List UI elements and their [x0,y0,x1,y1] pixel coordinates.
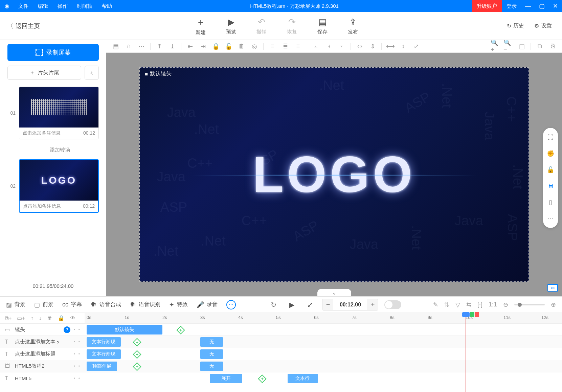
new-item-icon[interactable]: ▭+ [17,315,25,321]
lock-icon[interactable]: 🔒 [210,41,221,52]
settings-tl-icon[interactable]: ⇆ [466,301,471,308]
track[interactable]: 文本行渐现无 [85,336,562,348]
desktop-icon[interactable]: 🖥 [546,181,555,191]
fit-icon[interactable]: ◫ [516,41,527,52]
snap-toggle[interactable] [384,300,401,309]
clip[interactable]: 无 [200,362,223,371]
add-transition-button[interactable]: 添加转场 [7,145,99,154]
edit-tl-icon[interactable]: ✎ [433,301,438,308]
track-dot[interactable]: • [74,376,75,381]
filter-tl-icon[interactable]: ⇅ [444,301,449,308]
down-icon[interactable]: ↓ [39,315,42,321]
track[interactable]: 文本行渐现无 [85,348,562,360]
home-icon[interactable]: ⌂ [123,41,134,52]
add-keyframe-button[interactable] [133,362,141,371]
track-dot[interactable]: • [78,327,80,332]
topbar-right-item[interactable]: ⚙设置 [534,22,552,29]
paste-icon[interactable]: ⎘ [547,41,558,52]
align-v-bot-icon[interactable]: ⫟ [336,41,347,52]
dist-h-icon[interactable]: ⇔ [354,41,365,52]
menu-item[interactable]: 编辑 [33,0,53,12]
topbar-action[interactable]: ＋新建 [187,16,214,36]
clip[interactable]: 文本行 [288,374,318,383]
track-label[interactable]: 点击这里添加标题 [15,351,70,357]
menu-item[interactable]: 文件 [14,0,33,12]
topbar-action[interactable]: ▤保存 [309,16,336,36]
clip[interactable]: 无 [200,337,223,347]
add-keyframe-button[interactable] [258,374,266,383]
zoom-out-icon[interactable]: 🔍− [503,41,514,52]
align-v-top-icon[interactable]: ⫠ [311,41,321,52]
align-center-icon[interactable]: ≣ [280,41,291,52]
align-bottom-icon[interactable]: ⤓ [167,41,178,52]
match-h-icon[interactable]: ↕ [398,41,409,52]
align-v-mid-icon[interactable]: ⫞ [323,41,334,52]
fullscreen-icon[interactable]: ⛶ [546,133,555,142]
skip-start-icon[interactable]: ⇤ [185,41,196,52]
track[interactable]: 顶部伸展无 [85,360,562,372]
match-w-icon[interactable]: ⟷ [385,41,396,52]
zoom-out-tl-button[interactable]: ⊖ [503,301,508,308]
track-dot[interactable]: • [74,364,75,369]
unlock-tool-icon[interactable]: 🔓 [546,165,555,175]
copy-icon[interactable]: ⧉ [534,41,545,52]
more-icon[interactable]: ⋯ [136,41,147,52]
canvas[interactable]: Java.NetASP.NetC++.NetASPJava.NetC++ASPJ… [139,67,529,282]
scene-card[interactable]: 点击添加备注信息00:12 [19,87,99,139]
zoom-in-tl-button[interactable]: ⊕ [551,301,556,308]
scene-card[interactable]: LOGO点击添加备注信息00:12 [19,159,99,213]
add-keyframe-button[interactable] [133,338,141,346]
record-screen-button[interactable]: ⛶ 录制屏幕 [7,44,99,61]
dist-v-icon[interactable]: ⇕ [367,41,378,52]
help-icon[interactable]: ? [64,326,70,333]
timeline-tab[interactable]: ▨背景 [6,301,25,308]
clip[interactable]: 文本行渐现 [87,349,121,359]
track-label[interactable]: 点击这里添加文本 ₅ [15,339,70,345]
new-folder-icon[interactable]: ⧉+ [5,315,12,321]
topbar-right-item[interactable]: ↻历史 [507,22,524,29]
bracket-icon[interactable]: [·] [477,301,482,308]
zoom-in-icon[interactable]: 🔍+ [491,41,501,52]
time-plus-button[interactable]: + [367,299,378,310]
timeline-tab[interactable]: ▢前景 [34,301,53,308]
layer-icon[interactable]: ▤ [110,41,121,52]
track-dot[interactable]: • [78,376,80,381]
menu-item[interactable]: 操作 [53,0,72,12]
timeline-tab[interactable]: 🗣语音合成 [91,301,121,308]
unlock-icon[interactable]: 🔓 [223,41,234,52]
timeline-tab[interactable]: ✦特效 [169,301,188,308]
up-icon[interactable]: ↑ [31,315,33,321]
track-label[interactable]: HTML5 [15,375,70,381]
align-left-icon[interactable]: ≡ [267,41,278,52]
track-dot[interactable]: • [74,340,75,344]
back-button[interactable]: 〈 返回主页 [0,21,47,30]
head-tail-button[interactable]: ＋ 片头片尾 [7,66,81,80]
login-button[interactable]: 登录 [502,0,521,12]
play-button[interactable]: ▶ [286,299,298,311]
track[interactable]: 默认镜头 [85,324,562,336]
timeline-ruler[interactable]: 0s1s2s3s4s5s6s7s8s9s10s11s12s [85,313,562,323]
trash-icon[interactable]: 🗑 [236,41,247,52]
upgrade-button[interactable]: 升级账户 [472,0,502,12]
time-minus-button[interactable]: − [322,299,333,310]
match-icon[interactable]: ⤢ [411,41,422,52]
menu-item[interactable]: 时间轴 [72,0,97,12]
safe-area-badge[interactable]: ▭ [547,284,558,292]
track-dot[interactable]: • [74,352,75,356]
add-keyframe-button[interactable] [133,350,141,359]
target-icon[interactable]: ◎ [249,41,260,52]
replay-button[interactable]: ↻ [267,299,279,311]
skip-end-icon[interactable]: ⇥ [198,41,208,52]
timeline-tab[interactable]: cc字幕 [62,301,82,308]
track[interactable]: 展开文本行 [85,372,562,384]
timeline-tab[interactable]: 🎤录音 [197,301,218,308]
expand-button[interactable]: ⤢ [304,299,316,311]
track-dot[interactable]: • [78,340,80,344]
mobile-icon[interactable]: ▯ [546,198,555,207]
track-dot[interactable]: • [78,364,80,369]
clip[interactable]: 展开 [210,374,242,383]
hand-icon[interactable]: ✊ [546,149,555,158]
align-top-icon[interactable]: ⤒ [154,41,165,52]
clip[interactable]: 顶部伸展 [87,362,117,371]
close-button[interactable]: ✕ [548,0,562,12]
